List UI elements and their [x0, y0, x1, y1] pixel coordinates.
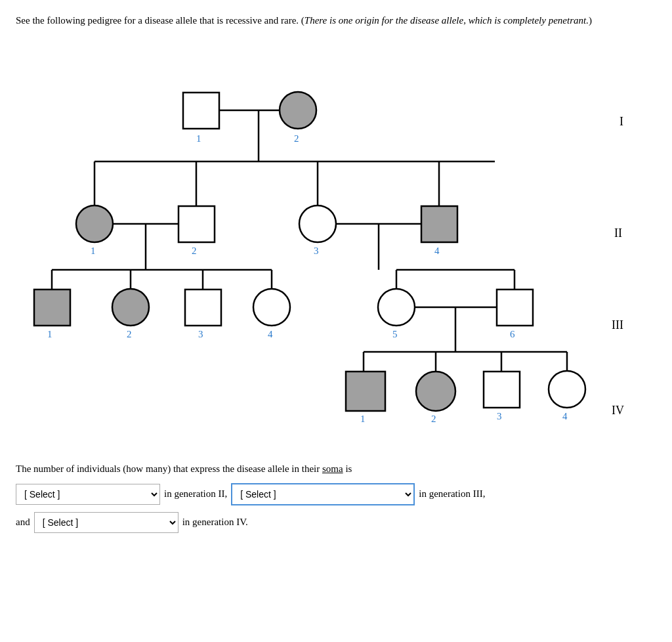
gen3-label: in generation III, [419, 488, 485, 500]
gen4-roman-label: IV [612, 404, 624, 417]
gen4-ind4-symbol [549, 371, 585, 408]
intro-text-before: See the following pedigree for a disease… [16, 15, 304, 26]
gen3-ind4-symbol [253, 289, 290, 326]
gen4-select-row: and [ Select ] 0 1 2 3 4 in generation I… [16, 512, 656, 533]
gen2-ind4-symbol [421, 206, 457, 242]
gen1-ind1-symbol [183, 93, 219, 129]
gen4-select-wrapper: [ Select ] 0 1 2 3 4 [34, 512, 178, 533]
gen2-ind1-num: 1 [91, 246, 96, 256]
gen3-select-wrapper: [ Select ] 0 1 2 3 4 5 6 [231, 483, 415, 505]
gen3-ind3-symbol [185, 289, 221, 326]
gen4-ind4-num: 4 [562, 411, 568, 421]
question-underline: soma [322, 463, 343, 474]
gen3-roman-label: III [612, 318, 623, 332]
gen1-ind1-num: 1 [196, 133, 201, 144]
gen3-ind2-num: 2 [127, 329, 132, 339]
gen1-ind2-symbol [280, 92, 316, 129]
gen3-ind5-symbol [378, 289, 415, 326]
gen2-ind2-symbol [178, 206, 215, 242]
question-suffix: is [343, 463, 352, 474]
gen2-ind2-num: 2 [192, 246, 197, 256]
gen2-label: in generation II, [164, 488, 227, 500]
gen4-ind1-num: 1 [360, 414, 366, 424]
intro-text-after: ) [589, 15, 592, 26]
gen2-ind3-num: 3 [314, 246, 319, 256]
gen2-roman-label: II [614, 226, 622, 240]
gen3-ind2-symbol [112, 289, 149, 326]
gen1-select-wrapper: [ Select ] 0 1 2 3 4 [16, 484, 160, 505]
gen3-ind1-num: 1 [47, 329, 52, 339]
gen4-ind2-symbol [416, 372, 455, 411]
pedigree-svg: I II III IV 1 2 1 2 3 [16, 40, 646, 447]
gen2-select-row: [ Select ] 0 1 2 3 4 in generation II, [… [16, 483, 656, 505]
gen3-ind6-symbol [497, 289, 533, 326]
gen2-ind4-num: 4 [434, 246, 440, 256]
gen3-ind3-num: 3 [198, 329, 203, 339]
gen2-ind3-symbol [299, 205, 336, 242]
intro-paragraph: See the following pedigree for a disease… [16, 13, 606, 28]
question-text: The number of individuals (how many) tha… [16, 460, 656, 478]
gen3-ind5-num: 5 [392, 329, 398, 339]
gen2-ind1-symbol [76, 205, 113, 242]
intro-italic: There is one origin for the disease alle… [304, 15, 589, 26]
gen1-roman-label: I [620, 115, 623, 128]
gen3-ind1-symbol [34, 289, 70, 326]
gen3-ind4-num: 4 [268, 329, 273, 339]
gen4-ind3-num: 3 [497, 411, 502, 421]
gen1-ind2-num: 2 [294, 133, 299, 144]
gen3-select[interactable]: [ Select ] 0 1 2 3 4 5 6 [231, 483, 415, 505]
gen4-ind2-num: 2 [431, 414, 436, 424]
question-prefix: The number of individuals (how many) tha… [16, 463, 322, 474]
gen1-select[interactable]: [ Select ] 0 1 2 3 4 [16, 484, 160, 505]
gen4-ind3-symbol [484, 372, 520, 408]
gen4-select[interactable]: [ Select ] 0 1 2 3 4 [34, 512, 178, 533]
gen4-ind1-symbol [346, 372, 385, 411]
pedigree-diagram: I II III IV 1 2 1 2 3 [16, 40, 646, 447]
gen3-ind6-num: 6 [510, 329, 515, 339]
and-label: and [16, 517, 30, 528]
gen4-label: in generation IV. [182, 517, 248, 528]
